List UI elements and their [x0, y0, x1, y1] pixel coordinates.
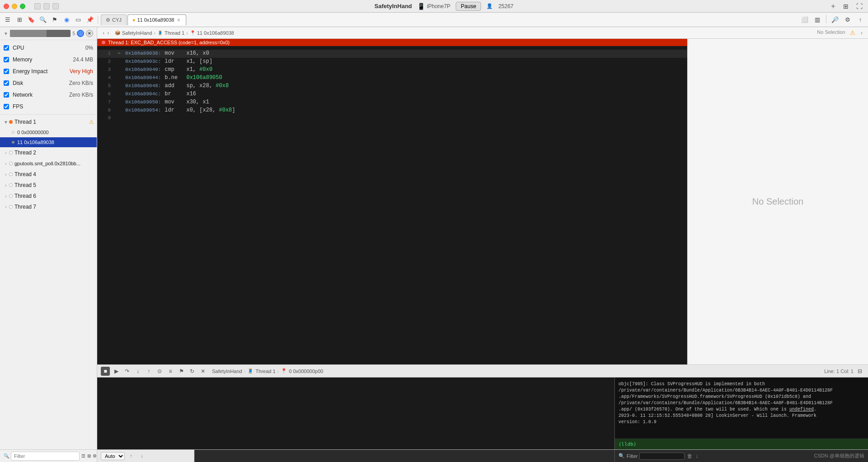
collapse-btn[interactable]: ⊟ [855, 367, 864, 376]
metric-fps[interactable]: FPS [0, 101, 97, 112]
memory-value: 24.4 MB [73, 56, 93, 63]
minimize-button[interactable] [12, 4, 17, 9]
metric-network[interactable]: Network Zero KB/s [0, 89, 97, 101]
tb-extra3[interactable] [52, 3, 59, 9]
thread-1-item[interactable]: ▼ Thread 1 ⚠ [0, 117, 97, 127]
energy-checkbox[interactable] [4, 69, 9, 74]
operand-6: x16 [186, 91, 196, 97]
close-button[interactable] [4, 4, 9, 9]
filter-list-btn[interactable]: ☰ [81, 451, 85, 461]
step-into-btn[interactable]: ↓ [133, 367, 142, 376]
stop-debug-btn[interactable]: ■ [101, 367, 110, 376]
step-over-btn[interactable]: ↷ [123, 367, 132, 376]
tab-debug[interactable]: ● 11 0x106a89038 ✕ [127, 14, 187, 25]
thread-2-expand[interactable]: › [3, 150, 9, 155]
addr-icon: 📍 [281, 368, 287, 374]
thread-7-expand[interactable]: › [3, 205, 9, 210]
nav-back-button[interactable]: ‹ [102, 29, 105, 36]
fullscreen-button[interactable]: ⛶ [854, 1, 864, 11]
breadcrumb-addr[interactable]: 📍 11 0x106a89038 [190, 30, 234, 36]
code-line-6: 6 0x106a8904c: br x16 [97, 90, 687, 98]
right-bottom-bar-1 [194, 450, 615, 462]
inspect-button[interactable]: 🔎 [830, 15, 840, 25]
add-tab-button[interactable]: + [829, 2, 837, 10]
rect-button[interactable]: ▭ [73, 15, 83, 25]
thread-2-label: Thread 2 [14, 149, 94, 156]
console-output[interactable]: objc[7905]: Class SVProgressHUD is imple… [615, 378, 868, 439]
thread-1-sub-0[interactable]: 0 0x00000000 [0, 127, 97, 137]
grid-button[interactable]: ⊞ [14, 15, 24, 25]
disk-checkbox[interactable] [4, 80, 9, 86]
auto-select[interactable]: Auto [101, 452, 125, 460]
continue-btn[interactable]: ▶ [112, 367, 121, 376]
addr-8: 0x106a89054: [125, 107, 161, 113]
filter-grid-btn[interactable]: ⊞ [87, 451, 91, 461]
debug-extra1[interactable]: ⚑ [177, 367, 186, 376]
step-out-btn[interactable]: ↑ [144, 367, 153, 376]
sidebar-toggle-button[interactable]: ☰ [3, 15, 13, 25]
split-view-button[interactable]: ⊞ [841, 1, 851, 11]
thread-4-item[interactable]: › Thread 4 [0, 169, 97, 180]
console-scroll-btn[interactable]: ↓ [695, 453, 698, 459]
settings-button[interactable]: ⚙ [843, 15, 853, 25]
thread-5-item[interactable]: › Thread 5 [0, 180, 97, 191]
console-filter-input[interactable] [639, 453, 684, 460]
metric-cpu[interactable]: CPU 0% [0, 42, 97, 54]
network-checkbox[interactable] [4, 92, 9, 98]
tb-extra2[interactable] [43, 3, 50, 9]
thread-6-expand[interactable]: › [3, 194, 9, 199]
debug-extra3[interactable]: ✕ [198, 367, 208, 376]
filter-input[interactable] [11, 452, 80, 461]
thread-btn[interactable]: ≡ [166, 367, 175, 376]
flag-button[interactable]: ⚑ [50, 15, 60, 25]
thread-1-expand[interactable]: ▼ [3, 120, 9, 125]
share-button[interactable]: ↑ [855, 15, 865, 25]
maximize-button[interactable] [20, 4, 25, 9]
cpu-checkbox[interactable] [4, 45, 9, 51]
metric-memory[interactable]: Memory 24.4 MB [0, 54, 97, 65]
code-content[interactable]: 1 → 0x106a89038: mov x16, x0 2 0x106a890… [97, 46, 687, 364]
thread-2-item[interactable]: › Thread 2 [0, 147, 97, 158]
arrow-5 [117, 83, 123, 89]
console-input[interactable] [637, 441, 864, 447]
thread-7-item[interactable]: › Thread 7 [0, 201, 97, 212]
code-line-9: 9 [97, 115, 687, 123]
active-tool-button[interactable]: ◉ [61, 15, 71, 25]
code-line-1: 1 → 0x106a89038: mov x16, x0 [97, 50, 687, 58]
tab-debug-close[interactable]: ✕ [176, 18, 181, 23]
thread-3-expand[interactable]: › [3, 161, 9, 166]
breadcrumb-warning-btn[interactable]: ⚠ [849, 29, 856, 36]
search-button[interactable]: 🔍 [38, 15, 48, 25]
breadcrumb-thread1[interactable]: 🧵 Thread 1 [157, 30, 184, 36]
thread-4-expand[interactable]: › [3, 172, 9, 177]
breadcrumb-bar: ‹ › 📦 SafetyInHand › 🧵 Thread 1 › 📍 11 0… [97, 27, 868, 39]
bottom-down-btn[interactable]: ↓ [137, 452, 146, 461]
thread-3-item[interactable]: › gputools.smt_poll.0x2810bb... [0, 158, 97, 169]
memory-checkbox[interactable] [4, 57, 9, 62]
settings-icon-button[interactable]: ✕ [86, 30, 93, 37]
breadcrumb-action-btn[interactable]: › [860, 29, 863, 36]
debug-extra2[interactable]: ↻ [188, 367, 197, 376]
breakpoint-btn[interactable]: ⊙ [155, 367, 164, 376]
line-num-4: 4 [102, 75, 111, 80]
bookmark-button[interactable]: 🔖 [26, 15, 36, 25]
metric-energy[interactable]: Energy Impact Very High [0, 65, 97, 77]
tb-extra1[interactable] [34, 3, 41, 9]
thread-1-sub-1[interactable]: 11 0x106a89038 [0, 137, 97, 147]
breadcrumb-safetyinhand[interactable]: 📦 SafetyInHand [115, 30, 152, 36]
tab-cyj[interactable]: ⚙ CYJ [101, 14, 127, 25]
nav-forward-button[interactable]: › [106, 29, 110, 36]
thread-6-item[interactable]: › Thread 6 [0, 191, 97, 201]
metric-disk[interactable]: Disk Zero KB/s [0, 77, 97, 89]
panel-left-button[interactable]: ⬜ [800, 15, 810, 25]
thread-7-label: Thread 7 [14, 204, 94, 210]
info-button[interactable]: ⓘ [77, 30, 84, 37]
console-clear-btn[interactable]: 🗑 [687, 453, 693, 459]
pause-button[interactable]: Pause [456, 2, 481, 11]
fps-checkbox[interactable] [4, 104, 9, 109]
pin-button[interactable]: 📌 [85, 15, 95, 25]
panel-right-button[interactable]: ▥ [812, 15, 822, 25]
thread-5-expand[interactable]: › [3, 183, 9, 188]
filter-extra-btn[interactable]: ⚙ [93, 451, 97, 461]
bottom-up-btn[interactable]: ↑ [127, 452, 136, 461]
